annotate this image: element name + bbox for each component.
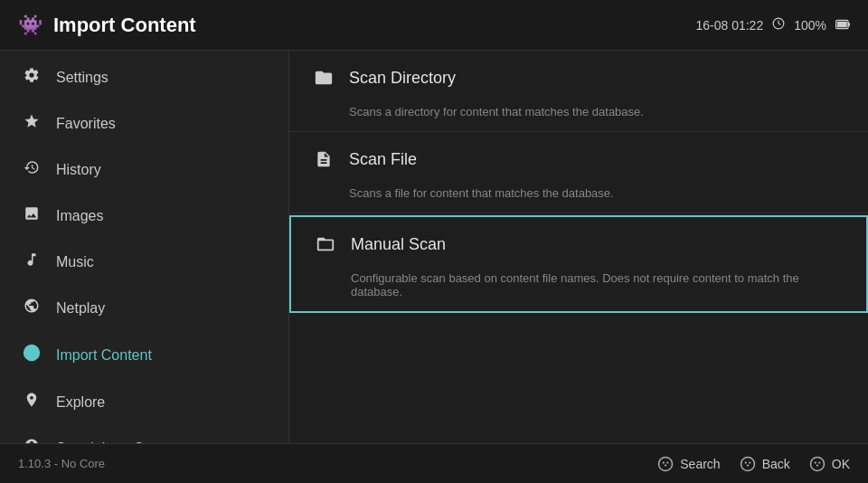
history-icon xyxy=(22,159,42,180)
search-label: Search xyxy=(680,457,720,471)
folder-icon xyxy=(311,65,336,90)
svg-point-15 xyxy=(744,461,746,463)
plus-circle-icon xyxy=(22,344,42,366)
main-layout: Settings Favorites History xyxy=(0,51,868,443)
page-title: Import Content xyxy=(53,14,196,37)
header-left: 👾 Import Content xyxy=(18,14,196,37)
manual-scan-desc: Configurable scan based on content file … xyxy=(291,271,866,311)
svg-point-16 xyxy=(749,461,750,463)
sidebar-item-netplay[interactable]: Netplay xyxy=(0,285,288,331)
sidebar-item-music[interactable]: Music xyxy=(0,239,288,285)
content-item-manual-scan[interactable]: Manual Scan Configurable scan based on c… xyxy=(289,215,868,313)
content-item-scan-file[interactable]: Scan File Scans a file for content that … xyxy=(289,132,868,213)
svg-point-18 xyxy=(810,457,824,470)
folder-open-icon xyxy=(313,232,338,257)
svg-point-21 xyxy=(816,464,818,466)
svg-point-12 xyxy=(665,464,666,466)
sidebar-label-images: Images xyxy=(56,208,103,224)
header-right: 16-08 01:22 100% xyxy=(695,17,850,33)
sidebar: Settings Favorites History xyxy=(0,51,289,443)
music-icon xyxy=(22,251,42,272)
sidebar-item-favorites[interactable]: Favorites xyxy=(0,100,288,147)
search-controller-icon xyxy=(656,455,675,473)
ok-label: OK xyxy=(832,457,850,471)
scan-file-desc: Scans a file for content that matches th… xyxy=(289,186,868,213)
sidebar-label-settings: Settings xyxy=(56,70,108,86)
image-icon xyxy=(22,205,42,226)
battery-icon xyxy=(835,18,850,33)
scan-directory-desc: Scans a directory for content that match… xyxy=(289,105,868,132)
back-label: Back xyxy=(762,457,790,471)
sidebar-label-history: History xyxy=(56,162,101,178)
scan-directory-label: Scan Directory xyxy=(349,69,456,88)
svg-point-10 xyxy=(663,461,665,463)
sidebar-label-import-content: Import Content xyxy=(56,347,152,364)
header: 👾 Import Content 16-08 01:22 100% xyxy=(0,0,868,51)
svg-point-11 xyxy=(666,461,668,463)
svg-rect-4 xyxy=(837,21,847,27)
sidebar-label-netplay: Netplay xyxy=(56,300,105,317)
sidebar-label-explore: Explore xyxy=(56,394,105,411)
cores-icon xyxy=(22,438,42,443)
svg-point-20 xyxy=(818,461,820,463)
explore-icon xyxy=(22,392,42,412)
content-area: Scan Directory Scans a directory for con… xyxy=(289,51,868,443)
manual-scan-label: Manual Scan xyxy=(351,235,446,254)
sidebar-item-history[interactable]: History xyxy=(0,147,288,193)
clock-icon xyxy=(772,17,785,33)
sidebar-label-music: Music xyxy=(56,254,94,270)
sidebar-item-images[interactable]: Images xyxy=(0,193,288,239)
sidebar-label-standalone-cores: Standalone Cores xyxy=(56,440,172,444)
app-icon: 👾 xyxy=(18,14,42,37)
sidebar-label-favorites: Favorites xyxy=(56,116,116,132)
ok-button[interactable]: OK xyxy=(808,455,850,473)
version-label: 1.10.3 - No Core xyxy=(18,457,105,470)
svg-line-2 xyxy=(778,24,780,24)
footer: 1.10.3 - No Core Search xyxy=(0,443,868,483)
battery-level: 100% xyxy=(794,18,826,33)
back-button[interactable]: Back xyxy=(739,455,790,473)
sidebar-item-explore[interactable]: Explore xyxy=(0,379,288,425)
datetime: 16-08 01:22 xyxy=(695,18,763,33)
svg-point-14 xyxy=(741,457,754,470)
search-button[interactable]: Search xyxy=(656,455,720,473)
file-icon xyxy=(311,147,336,172)
sidebar-item-settings[interactable]: Settings xyxy=(0,54,288,100)
gear-icon xyxy=(22,67,42,88)
sidebar-item-import-content[interactable]: Import Content xyxy=(0,331,288,379)
ok-controller-icon xyxy=(808,455,826,473)
footer-buttons: Search Back OK xyxy=(656,455,850,473)
svg-point-17 xyxy=(747,464,749,466)
sidebar-item-standalone-cores[interactable]: Standalone Cores xyxy=(0,425,288,443)
back-controller-icon xyxy=(739,455,757,473)
svg-rect-5 xyxy=(848,23,850,26)
scan-file-label: Scan File xyxy=(349,150,417,169)
content-item-scan-directory[interactable]: Scan Directory Scans a directory for con… xyxy=(289,51,868,132)
netplay-icon xyxy=(22,298,42,318)
star-icon xyxy=(22,113,42,134)
svg-point-19 xyxy=(814,461,816,463)
